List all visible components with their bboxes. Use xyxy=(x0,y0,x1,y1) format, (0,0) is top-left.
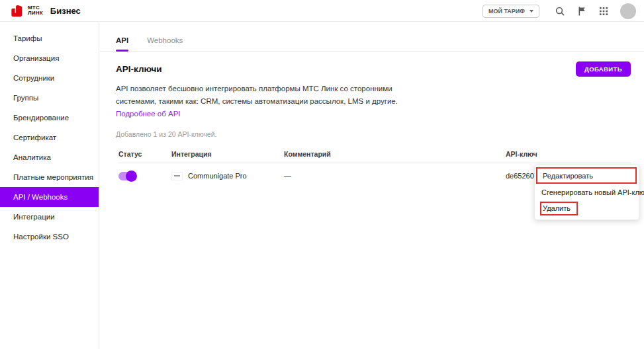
column-header-integration: Интеграция xyxy=(171,150,284,158)
tab-api[interactable]: API xyxy=(116,36,128,51)
page-title: API-ключи xyxy=(116,64,162,74)
description-line-2: системами, такими как: CRM, системы авто… xyxy=(116,95,631,108)
search-icon[interactable] xyxy=(555,6,565,17)
row-context-menu: Редактировать Сгенерировать новый API-кл… xyxy=(534,165,639,220)
my-tariff-dropdown[interactable]: МОЙ ТАРИФ xyxy=(483,5,539,18)
product-name: Бизнес xyxy=(50,6,81,16)
comment-cell: — xyxy=(284,172,506,180)
header-actions: МОЙ ТАРИФ xyxy=(483,0,636,22)
chevron-down-icon xyxy=(529,10,533,13)
apps-grid-icon[interactable] xyxy=(598,6,609,17)
logo-line-2: ЛИНК xyxy=(28,11,43,17)
active-tab-underline xyxy=(116,50,128,52)
section-description: API позволяет бесшовно интегрировать пла… xyxy=(116,83,631,107)
app-header: МТС ЛИНК Бизнес МОЙ ТАРИФ xyxy=(0,0,644,22)
column-header-comment: Комментарий xyxy=(284,150,506,158)
sidebar-item-groups[interactable]: Группы xyxy=(0,88,99,108)
status-cell xyxy=(118,172,171,180)
menu-item-delete[interactable]: Удалить xyxy=(535,200,639,217)
my-tariff-label: МОЙ ТАРИФ xyxy=(488,8,525,15)
api-details-link[interactable]: Подробнее об API xyxy=(116,110,181,118)
status-toggle[interactable] xyxy=(118,172,136,180)
sidebar-item-sso-settings[interactable]: Настройки SSO xyxy=(0,227,99,247)
description-line-1: API позволяет бесшовно интегрировать пла… xyxy=(116,83,631,95)
integration-cell: Communigate Pro xyxy=(171,172,284,180)
toggle-knob xyxy=(126,171,137,182)
sidebar-item-employees[interactable]: Сотрудники xyxy=(0,68,99,88)
tab-bar: API Webhooks xyxy=(100,36,644,52)
menu-item-generate-new-key[interactable]: Сгенерировать новый API-ключ xyxy=(535,184,639,200)
tab-api-label: API xyxy=(116,36,128,44)
sidebar-item-paid-events[interactable]: Платные мероприятия xyxy=(0,167,99,187)
menu-item-delete-label: Удалить xyxy=(540,202,578,215)
sidebar-item-branding[interactable]: Брендирование xyxy=(0,108,99,128)
add-button[interactable]: ДОБАВИТЬ xyxy=(576,61,631,77)
sidebar-item-integrations[interactable]: Интеграции xyxy=(0,207,99,227)
flag-icon[interactable] xyxy=(576,6,587,17)
sidebar-item-certificate[interactable]: Сертификат xyxy=(0,128,99,147)
tab-webhooks-label: Webhooks xyxy=(147,36,183,44)
column-header-status: Статус xyxy=(118,150,171,158)
section-title-row: API-ключи ДОБАВИТЬ xyxy=(116,61,631,77)
integration-logo-placeholder-icon xyxy=(171,172,183,180)
mts-link-logo[interactable]: МТС ЛИНК Бизнес xyxy=(9,3,81,19)
table-header-row: Статус Интеграция Комментарий API-ключ xyxy=(118,145,631,163)
sidebar-item-api-webhooks[interactable]: API / Webhooks xyxy=(0,187,99,207)
keys-count-note: Добавлено 1 из 20 API-ключей. xyxy=(116,130,631,138)
sidebar-nav: Тарифы Организация Сотрудники Группы Бре… xyxy=(0,22,99,349)
sidebar-item-analytics[interactable]: Аналитика xyxy=(0,147,99,167)
integration-name: Communigate Pro xyxy=(188,172,247,180)
sidebar-item-organization[interactable]: Организация xyxy=(0,48,99,68)
user-avatar[interactable] xyxy=(620,3,636,19)
menu-item-edit[interactable]: Редактировать xyxy=(536,167,637,184)
mts-link-logo-icon xyxy=(9,3,24,19)
sidebar-item-tariffs[interactable]: Тарифы xyxy=(0,28,99,48)
tab-webhooks[interactable]: Webhooks xyxy=(147,36,183,51)
logo-wordmark: МТС ЛИНК xyxy=(28,5,43,17)
column-header-api-key: API-ключ xyxy=(506,150,631,158)
